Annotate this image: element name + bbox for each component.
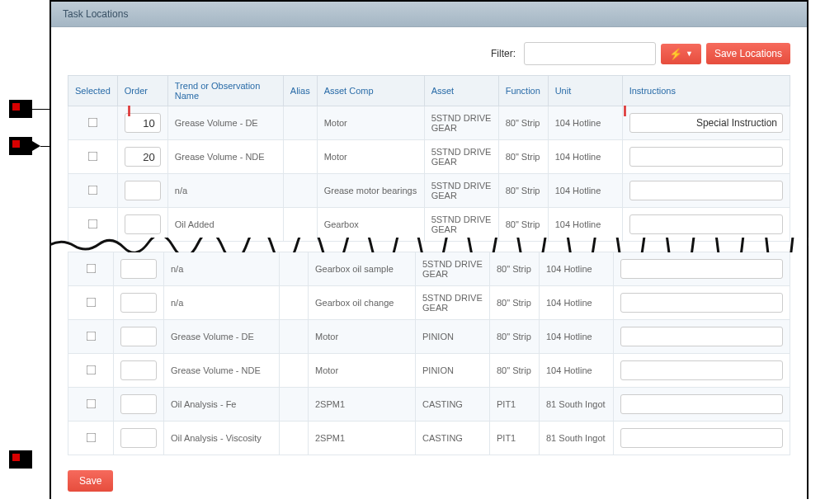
table-row: Oil Analysis - Fe2SPM1CASTINGPIT181 Sout… — [68, 388, 790, 422]
cell-trend: Grease Volume - NDE — [167, 140, 283, 174]
col-selected[interactable]: Selected — [68, 76, 118, 106]
row-checkbox[interactable] — [88, 117, 98, 127]
col-alias[interactable]: Alias — [283, 76, 317, 106]
order-input[interactable] — [120, 394, 157, 414]
row-checkbox[interactable] — [88, 151, 98, 161]
cell-alias — [283, 208, 317, 242]
col-asset-comp[interactable]: Asset Comp — [317, 76, 424, 106]
row-checkbox[interactable] — [86, 432, 96, 442]
table-header-row: Selected Order Trend or Observation Name… — [68, 76, 790, 106]
cell-function: 80" Strip — [498, 140, 548, 174]
cell-asset-comp: 2SPM1 — [309, 422, 416, 455]
cell-unit: 104 Hotline — [548, 208, 622, 242]
instructions-input[interactable] — [620, 259, 783, 279]
cell-asset: 5STND DRIVE GEAR — [424, 140, 498, 174]
order-input[interactable] — [120, 259, 157, 279]
row-checkbox[interactable] — [88, 219, 98, 228]
filter-label: Filter: — [491, 48, 516, 59]
order-input[interactable] — [125, 113, 161, 133]
order-input[interactable] — [125, 214, 161, 234]
save-locations-button[interactable]: Save Locations — [706, 43, 790, 64]
table-row: n/aGrease motor bearings5STND DRIVE GEAR… — [68, 174, 790, 208]
save-button[interactable]: Save — [68, 470, 113, 492]
order-input[interactable] — [120, 360, 157, 380]
cell-trend: n/a — [164, 252, 280, 286]
col-instructions[interactable]: Instructions — [622, 76, 790, 106]
instructions-input[interactable] — [629, 181, 783, 200]
cell-unit: 81 South Ingot — [540, 422, 614, 455]
cell-asset-comp: Gearbox oil change — [309, 286, 416, 320]
cell-function: 80" Strip — [498, 174, 548, 208]
cell-unit: 104 Hotline — [540, 354, 614, 388]
cell-alias — [283, 106, 317, 140]
col-asset[interactable]: Asset — [424, 76, 498, 106]
filter-input[interactable] — [524, 42, 656, 65]
cell-alias — [283, 174, 317, 208]
col-function[interactable]: Function — [498, 76, 548, 106]
table-row: Grease Volume - DEMotorPINION80" Strip10… — [68, 320, 790, 354]
cell-trend: Oil Analysis - Fe — [164, 388, 280, 422]
row-checkbox[interactable] — [86, 365, 96, 374]
instructions-input[interactable] — [629, 147, 783, 167]
caret-down-icon: ▼ — [686, 49, 693, 58]
order-input[interactable] — [120, 428, 157, 448]
cell-trend: Oil Analysis - Viscosity — [164, 422, 280, 455]
cell-unit: 104 Hotline — [548, 140, 622, 174]
instructions-input[interactable] — [620, 360, 783, 380]
order-input[interactable] — [120, 293, 157, 313]
instructions-input[interactable] — [620, 394, 783, 414]
cell-unit: 104 Hotline — [548, 174, 622, 208]
cell-asset-comp: Motor — [309, 320, 416, 354]
col-unit[interactable]: Unit — [548, 76, 622, 106]
cell-alias — [280, 422, 309, 455]
order-input[interactable] — [125, 147, 161, 167]
cell-function: 80" Strip — [490, 320, 540, 354]
annotation-marker-1 — [9, 100, 32, 118]
task-locations-panel: Task Locations Filter: ⚡ ▼ Save Location… — [51, 2, 807, 504]
action-menu-button[interactable]: ⚡ ▼ — [661, 44, 701, 64]
row-checkbox[interactable] — [86, 398, 96, 408]
row-checkbox[interactable] — [88, 185, 98, 195]
row-checkbox[interactable] — [86, 297, 96, 307]
cell-trend: Grease Volume - NDE — [164, 354, 280, 388]
cell-function: 80" Strip — [498, 106, 548, 140]
cell-function: 80" Strip — [498, 208, 548, 242]
row-checkbox[interactable] — [86, 263, 96, 273]
annotation-marker-2 — [9, 137, 32, 155]
instructions-input[interactable] — [620, 293, 783, 313]
cell-unit: 104 Hotline — [540, 320, 614, 354]
cell-trend: Grease Volume - DE — [164, 320, 280, 354]
cell-trend: Grease Volume - DE — [167, 106, 283, 140]
cell-trend: Oil Added — [167, 208, 283, 242]
cell-alias — [280, 320, 309, 354]
order-input[interactable] — [120, 327, 157, 346]
table-row: Oil AddedGearbox5STND DRIVE GEAR80" Stri… — [68, 208, 790, 242]
instructions-input[interactable] — [629, 113, 783, 133]
cell-asset-comp: Motor — [317, 106, 424, 140]
cell-unit: 81 South Ingot — [540, 388, 614, 422]
order-input[interactable] — [125, 181, 161, 200]
annotation-marker-3 — [9, 450, 32, 469]
table-row: Grease Volume - NDEMotor5STND DRIVE GEAR… — [68, 140, 790, 174]
row-checkbox[interactable] — [86, 331, 96, 341]
cell-unit: 104 Hotline — [540, 252, 614, 286]
cell-function: PIT1 — [490, 422, 540, 455]
instructions-input[interactable] — [629, 214, 783, 234]
cell-asset: PINION — [416, 320, 490, 354]
cell-asset: 5STND DRIVE GEAR — [416, 252, 490, 286]
col-trend[interactable]: Trend or Observation Name — [167, 76, 283, 106]
cell-trend: n/a — [167, 174, 283, 208]
cell-asset: CASTING — [416, 388, 490, 422]
table-row: Grease Volume - DEMotor5STND DRIVE GEAR8… — [68, 106, 790, 140]
cell-trend: n/a — [164, 286, 280, 320]
instructions-input[interactable] — [620, 327, 783, 346]
toolbar: Filter: ⚡ ▼ Save Locations — [51, 27, 807, 75]
cell-alias — [280, 252, 309, 286]
table-row: n/aGearbox oil change5STND DRIVE GEAR80"… — [68, 286, 790, 320]
cell-unit: 104 Hotline — [548, 106, 622, 140]
instructions-input[interactable] — [620, 428, 783, 448]
cell-function: 80" Strip — [490, 286, 540, 320]
cell-asset: CASTING — [416, 422, 490, 455]
col-order[interactable]: Order — [117, 76, 167, 106]
table-row: Grease Volume - NDEMotorPINION80" Strip1… — [68, 354, 790, 388]
